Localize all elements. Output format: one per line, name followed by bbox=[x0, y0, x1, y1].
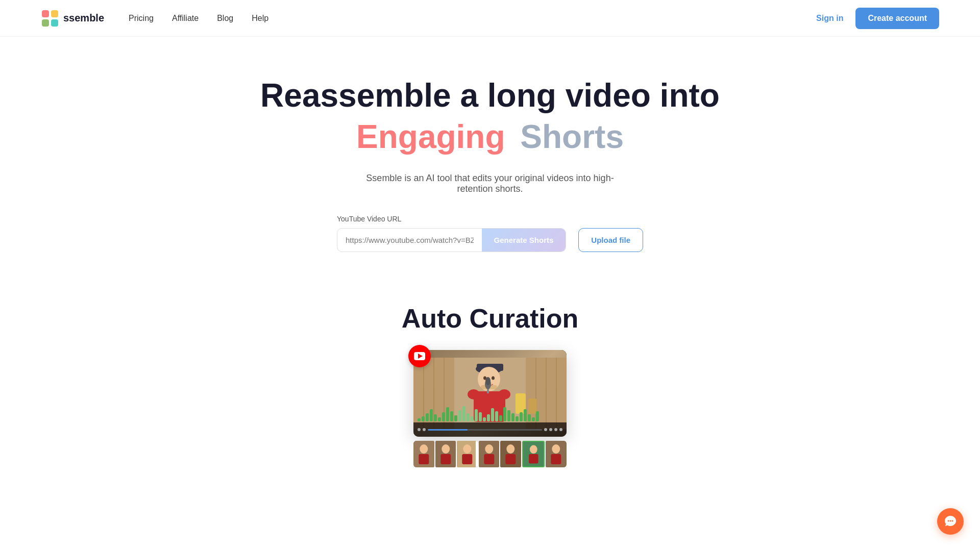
svg-rect-41 bbox=[506, 454, 516, 464]
svg-rect-44 bbox=[529, 454, 538, 463]
play-button-dot[interactable] bbox=[418, 428, 421, 431]
svg-rect-47 bbox=[551, 454, 561, 464]
waveform-bar bbox=[511, 413, 514, 421]
chat-support-button[interactable] bbox=[937, 508, 964, 535]
nav-link-blog[interactable]: Blog bbox=[217, 14, 233, 23]
svg-rect-0 bbox=[42, 10, 49, 17]
upload-file-button[interactable]: Upload file bbox=[578, 228, 643, 252]
nav-link-affiliate[interactable]: Affiliate bbox=[172, 14, 199, 23]
thumbnail-handle[interactable] bbox=[476, 441, 478, 467]
svg-rect-35 bbox=[462, 454, 472, 464]
svg-rect-29 bbox=[419, 454, 429, 464]
thumbnail-segment-image bbox=[546, 441, 567, 467]
thumbnail-segment-image bbox=[523, 442, 544, 466]
auto-curation-section: Auto Curation bbox=[0, 283, 980, 467]
chat-icon bbox=[944, 515, 957, 528]
waveform-bar bbox=[479, 412, 482, 421]
control-dot-2 bbox=[423, 428, 426, 431]
waveform-bar bbox=[458, 410, 461, 421]
thumbnail-segment[interactable] bbox=[500, 441, 521, 467]
navbar: ssemble Pricing Affiliate Blog Help Sign… bbox=[0, 0, 980, 37]
waveform-bar bbox=[467, 413, 470, 421]
thumbnail-segment[interactable] bbox=[413, 441, 434, 467]
svg-point-20 bbox=[468, 389, 480, 399]
thumbnail-segment[interactable] bbox=[479, 441, 500, 467]
thumbnail-segment[interactable] bbox=[522, 441, 545, 467]
waveform-bar bbox=[422, 416, 425, 421]
progress-bar-fill bbox=[428, 429, 468, 431]
waveform-overlay bbox=[413, 403, 567, 421]
waveform-bar bbox=[462, 406, 465, 421]
hero-section: Reassemble a long video into Engaging Sh… bbox=[0, 37, 980, 283]
thumbnail-segment-image bbox=[500, 441, 521, 467]
video-player[interactable] bbox=[413, 350, 567, 437]
waveform-bar bbox=[528, 414, 531, 421]
youtube-icon bbox=[414, 352, 425, 360]
url-input-wrapper: Generate Shorts Upload file bbox=[337, 228, 643, 252]
waveform-bar bbox=[454, 415, 457, 421]
waveform-bar bbox=[516, 416, 519, 421]
waveform-bar bbox=[426, 413, 429, 421]
nav-links: Pricing Affiliate Blog Help bbox=[129, 14, 816, 23]
waveform-bar bbox=[495, 411, 498, 421]
progress-bar-track[interactable] bbox=[428, 429, 542, 431]
create-account-button[interactable]: Create account bbox=[855, 8, 939, 29]
url-section: YouTube Video URL Generate Shorts Upload… bbox=[337, 215, 643, 252]
fullscreen-icon[interactable] bbox=[559, 428, 562, 431]
svg-rect-32 bbox=[440, 454, 451, 464]
waveform-bar bbox=[450, 411, 453, 421]
svg-rect-3 bbox=[51, 19, 58, 27]
thumbnail-segment[interactable] bbox=[546, 441, 567, 467]
waveform-bar bbox=[471, 416, 474, 421]
thumbnail-segment[interactable] bbox=[457, 441, 478, 467]
waveform-bar bbox=[487, 414, 490, 421]
control-dot-5 bbox=[554, 428, 557, 431]
svg-point-49 bbox=[950, 520, 951, 522]
engaging-text: Engaging bbox=[356, 118, 505, 155]
logo-text: ssemble bbox=[63, 12, 104, 24]
waveform-bar bbox=[524, 409, 527, 421]
svg-point-34 bbox=[463, 444, 471, 454]
nav-actions: Sign in Create account bbox=[816, 8, 939, 29]
svg-point-37 bbox=[485, 444, 493, 454]
hero-title-line1: Reassemble a long video into bbox=[260, 78, 720, 113]
waveform-bar bbox=[418, 418, 421, 421]
waveform-bar bbox=[475, 409, 478, 421]
waveform-bar bbox=[446, 407, 449, 421]
nav-link-pricing[interactable]: Pricing bbox=[129, 14, 154, 23]
waveform-bar bbox=[434, 414, 437, 421]
shorts-text: Shorts bbox=[520, 118, 624, 155]
svg-point-48 bbox=[948, 520, 949, 522]
youtube-play-icon bbox=[418, 354, 423, 359]
url-label: YouTube Video URL bbox=[337, 215, 643, 223]
youtube-url-input[interactable] bbox=[337, 229, 482, 252]
input-with-generate: Generate Shorts bbox=[337, 228, 566, 252]
svg-point-31 bbox=[442, 444, 450, 454]
waveform-bar bbox=[483, 417, 486, 421]
svg-rect-1 bbox=[51, 10, 58, 17]
thumbnail-segment[interactable] bbox=[435, 441, 456, 467]
svg-point-24 bbox=[485, 377, 491, 385]
logo-link[interactable]: ssemble bbox=[41, 9, 104, 28]
waveform-bar bbox=[520, 412, 523, 421]
generate-shorts-button[interactable]: Generate Shorts bbox=[482, 229, 566, 252]
waveform-bar bbox=[507, 410, 510, 421]
svg-point-50 bbox=[952, 520, 953, 522]
waveform-bar bbox=[536, 411, 539, 421]
control-dot-4 bbox=[549, 428, 552, 431]
thumbnail-segment-image bbox=[413, 441, 434, 467]
svg-point-40 bbox=[507, 444, 515, 454]
video-wrapper bbox=[413, 350, 567, 467]
svg-point-46 bbox=[552, 444, 560, 454]
thumbnail-segment-image bbox=[435, 441, 456, 467]
thumbnail-segment-image bbox=[479, 441, 500, 467]
waveform-bar bbox=[442, 412, 445, 421]
youtube-button[interactable] bbox=[408, 345, 431, 367]
waveform-bar bbox=[499, 415, 502, 421]
thumbnail-segment-image bbox=[457, 441, 478, 467]
nav-link-help[interactable]: Help bbox=[252, 14, 268, 23]
sign-in-button[interactable]: Sign in bbox=[816, 14, 843, 23]
hero-title-line2: Engaging Shorts bbox=[356, 117, 624, 157]
video-controls-bar[interactable] bbox=[413, 422, 567, 437]
waveform-bar bbox=[532, 417, 535, 421]
